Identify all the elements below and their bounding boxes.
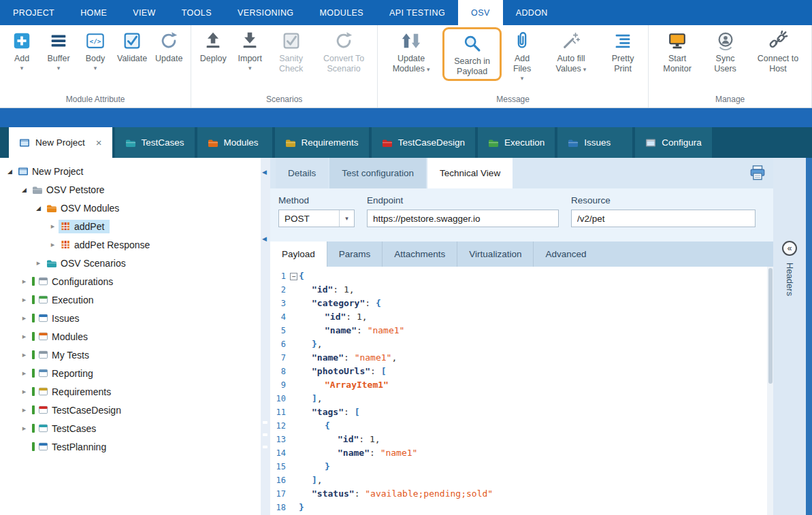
tab-modules[interactable]: Modules <box>197 127 272 158</box>
expander-icon[interactable]: ▸ <box>18 369 30 378</box>
menu-item-tools[interactable]: TOOLS <box>169 0 225 25</box>
line-number: 11 <box>270 405 289 419</box>
auto-fill-values-button[interactable]: Auto fill Values▾ <box>541 27 601 76</box>
headers-panel-label[interactable]: Headers <box>785 263 795 296</box>
update-button[interactable]: Update <box>150 27 187 65</box>
tab-issues[interactable]: Issues <box>557 127 632 158</box>
tree-item-osv-modules[interactable]: ◢OSV Modules <box>0 199 261 217</box>
add-files-button[interactable]: Add Files▾ <box>503 27 541 83</box>
menu-item-view[interactable]: VIEW <box>120 0 169 25</box>
expander-icon[interactable]: ▸ <box>18 314 30 322</box>
expander-icon[interactable]: ▸ <box>33 259 44 267</box>
import-button[interactable]: Import▾ <box>231 27 268 73</box>
tree-item-modules[interactable]: ▸Modules <box>0 327 261 346</box>
tab-execution[interactable]: Execution <box>478 127 555 158</box>
subtab-virtualization[interactable]: Virtualization <box>457 242 534 267</box>
method-select[interactable]: POST ▾ <box>278 210 355 227</box>
validate-button[interactable]: Validate <box>114 27 150 65</box>
expander-icon[interactable]: ◢ <box>18 186 30 193</box>
expander-icon[interactable]: ▸ <box>18 350 30 359</box>
expander-icon[interactable]: ▸ <box>47 222 59 231</box>
green-bar-icon <box>32 314 35 322</box>
method-field: Method POST ▾ <box>278 195 355 242</box>
expander-icon[interactable]: ◢ <box>33 205 44 212</box>
subtab-attachments[interactable]: Attachments <box>383 242 457 267</box>
tree-item-testplanning[interactable]: TestPlanning <box>0 437 261 456</box>
line-number: 7 <box>270 351 289 365</box>
menu-item-addon[interactable]: ADDON <box>503 0 561 25</box>
expander-icon[interactable]: ▸ <box>18 332 30 341</box>
body-button[interactable]: </>Body▾ <box>77 27 114 73</box>
pretty-print-button[interactable]: Pretty Print <box>601 27 645 76</box>
resource-input[interactable] <box>571 210 756 227</box>
menu-item-home[interactable]: HOME <box>67 0 120 25</box>
deploy-button[interactable]: Deploy <box>195 27 231 65</box>
fold-gutter <box>289 405 299 419</box>
line-number: 15 <box>270 460 289 474</box>
folder-icon <box>382 138 393 148</box>
tree-item-configurations[interactable]: ▸Configurations <box>0 272 261 290</box>
expander-icon[interactable]: ▸ <box>18 277 30 286</box>
start-monitor-button[interactable]: Start Monitor <box>652 27 702 76</box>
collapse-panel-icon[interactable]: ◀ <box>262 169 267 176</box>
expand-headers-button[interactable]: « <box>782 241 797 256</box>
tree-item-addpet-response[interactable]: ▸addPet Response <box>0 235 261 254</box>
payload-editor[interactable]: 1−{2"id": 1,3"category": {4"id": 1,5"nam… <box>270 267 773 515</box>
collapse-panel-icon[interactable]: ◀ <box>262 235 267 242</box>
subtab-advanced[interactable]: Advanced <box>534 242 598 267</box>
print-button[interactable] <box>749 164 766 184</box>
expander-icon[interactable]: ◢ <box>4 168 16 175</box>
tree-item-reporting[interactable]: ▸Reporting <box>0 364 261 382</box>
sync-users-button[interactable]: Sync Users <box>702 27 748 76</box>
tab-technical-view[interactable]: Technical View <box>427 158 513 188</box>
tree-splitter[interactable]: ◀ ◀ <box>261 158 270 515</box>
convert-to-scenario-button[interactable]: Convert To Scenario <box>314 27 374 76</box>
fold-collapse-icon[interactable]: − <box>289 269 299 283</box>
tree-item-execution[interactable]: ▸Execution <box>0 290 261 309</box>
tab-configura[interactable]: Configura <box>635 127 712 158</box>
tab-requirements[interactable]: Requirements <box>275 127 369 158</box>
search-in-payload-button[interactable]: Search in Payload <box>446 30 498 78</box>
tree-item-my-tests[interactable]: ▸My Tests <box>0 346 261 364</box>
code-area[interactable]: 1−{2"id": 1,3"category": {4"id": 1,5"nam… <box>270 269 773 514</box>
tree-item-osv-scenarios[interactable]: ▸OSV Scenarios <box>0 254 261 272</box>
tree-item-issues[interactable]: ▸Issues <box>0 309 261 327</box>
code-line: 2"id": 1, <box>270 283 773 297</box>
sanity-check-button[interactable]: Sanity Check <box>268 27 314 76</box>
tree-item-requirements[interactable]: ▸Requirements <box>0 382 261 401</box>
expander-icon[interactable]: ▸ <box>18 424 30 433</box>
menu-item-project[interactable]: PROJECT <box>0 0 67 25</box>
tab-test-configuration[interactable]: Test configuration <box>329 158 426 188</box>
tree-item-testcasedesign[interactable]: ▸TestCaseDesign <box>0 401 261 419</box>
tree-item-new-project[interactable]: ◢New Project <box>0 162 261 180</box>
endpoint-input[interactable] <box>367 210 559 227</box>
add-button[interactable]: Add▾ <box>3 27 40 73</box>
splitter-grip[interactable] <box>263 421 267 448</box>
menu-item-versioning[interactable]: VERSIONING <box>225 0 307 25</box>
svg-text:</>: </> <box>90 37 101 45</box>
add-files-icon <box>512 30 532 52</box>
connect-to-host-button[interactable]: Connect to Host <box>748 27 808 76</box>
tab-testcasedesign[interactable]: TestCaseDesign <box>372 127 475 158</box>
menu-item-api-testing[interactable]: API TESTING <box>376 0 458 25</box>
subtab-payload[interactable]: Payload <box>270 242 327 267</box>
tab-testcases[interactable]: TestCases <box>115 127 195 158</box>
tab-new-project[interactable]: New Project× <box>9 127 112 158</box>
tree-item-osv-petstore[interactable]: ◢OSV Petstore <box>0 180 261 199</box>
close-icon[interactable]: × <box>96 137 102 148</box>
expander-icon[interactable]: ▸ <box>18 405 30 414</box>
expander-icon[interactable]: ▸ <box>47 240 59 249</box>
editor-scrollbar[interactable] <box>767 267 773 515</box>
folder-icon <box>208 138 218 148</box>
expander-icon[interactable]: ▸ <box>18 295 30 304</box>
update-modules-button[interactable]: Update Modules▾ <box>381 27 441 76</box>
tree-item-testcases[interactable]: ▸TestCases <box>0 419 261 437</box>
tab-details[interactable]: Details <box>276 158 328 188</box>
menu-item-modules[interactable]: MODULES <box>306 0 376 25</box>
menu-item-osv[interactable]: OSV <box>458 0 503 25</box>
subtab-params[interactable]: Params <box>327 242 383 267</box>
buffer-button[interactable]: Buffer▾ <box>40 27 77 73</box>
tree-item-addpet[interactable]: ▸addPet <box>0 217 261 235</box>
scrollbar-thumb[interactable] <box>768 268 773 384</box>
expander-icon[interactable]: ▸ <box>18 387 30 396</box>
